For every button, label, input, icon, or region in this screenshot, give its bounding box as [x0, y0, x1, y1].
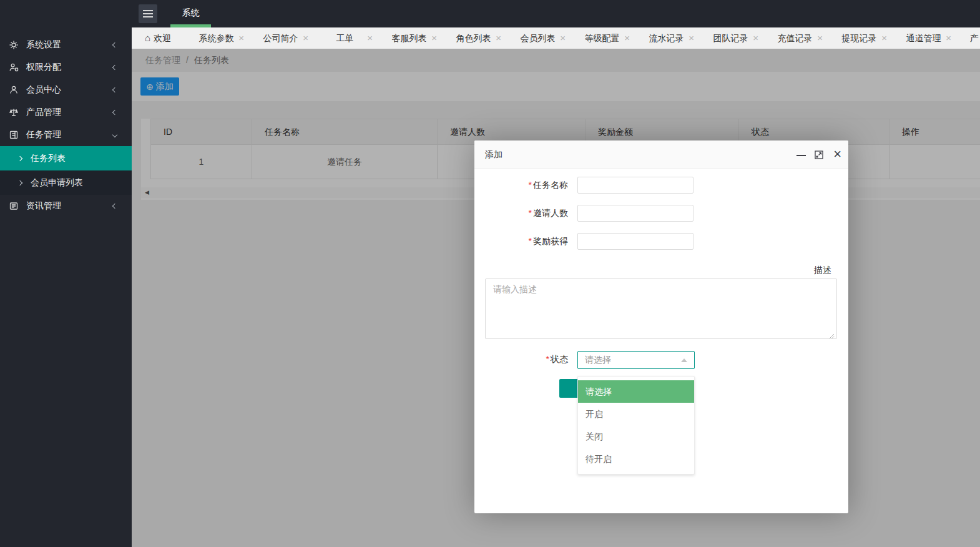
gear-icon [9, 40, 19, 50]
sidebar-item-label: 产品管理 [26, 107, 113, 118]
chevron-left-icon [112, 42, 117, 47]
close-icon[interactable]: × [624, 27, 630, 49]
required-marker: * [529, 180, 532, 190]
tab-system-params[interactable]: 系统参数 × [184, 27, 248, 49]
sidebar-toggle-button[interactable] [139, 4, 157, 23]
dropdown-option-open[interactable]: 开启 [578, 403, 694, 425]
tab-label: 欢迎 [154, 33, 171, 43]
sidebar-item-task-management[interactable]: 任务管理 [0, 124, 132, 146]
sidebar-item-label: 资讯管理 [26, 200, 113, 212]
triangle-up-icon [681, 358, 687, 362]
dropdown-option-closed[interactable]: 关闭 [578, 425, 694, 448]
description-textarea[interactable] [485, 278, 837, 339]
minimize-icon[interactable] [796, 155, 806, 156]
status-select[interactable]: 请选择 [577, 351, 695, 369]
home-icon: ⌂ [145, 32, 150, 43]
close-icon[interactable]: × [753, 27, 758, 49]
dropdown-option-placeholder[interactable]: 请选择 [578, 380, 694, 403]
invite-count-input[interactable] [577, 205, 693, 222]
field-label-reward: *奖励获得 [474, 233, 568, 250]
close-icon[interactable]: × [431, 27, 437, 49]
task-name-input[interactable] [577, 177, 693, 194]
dropdown-option-pending[interactable]: 待开启 [578, 448, 694, 470]
sidebar-item-label: 会员中心 [26, 84, 113, 96]
news-icon [9, 201, 19, 211]
sidebar-subitem-label: 任务列表 [31, 153, 66, 164]
close-icon[interactable]: × [833, 146, 841, 162]
topnav-item-system[interactable]: 系统 [170, 0, 211, 24]
tab-label: 等级配置 [585, 33, 620, 43]
chevron-left-icon [112, 110, 117, 115]
sidebar-subitem-member-apply-list[interactable]: 会员申请列表 [0, 170, 132, 195]
tab-team-records[interactable]: 团队记录 × [698, 27, 763, 49]
sidebar: 系统设置 权限分配 会员中心 [0, 27, 132, 547]
resize-grip-icon[interactable] [828, 331, 835, 337]
tab-label: 团队记录 [713, 33, 748, 43]
open-tabs-bar: ⌂欢迎 系统参数 × 公司简介 × 工单 × 客服列表 × 角色列表 × 会员列… [132, 27, 980, 49]
sidebar-item-label: 任务管理 [26, 129, 113, 140]
tab-company-profile[interactable]: 公司简介 × [248, 27, 313, 49]
chevron-left-icon [112, 87, 117, 92]
tab-label: 产 [970, 33, 979, 43]
tab-label: 公司简介 [263, 33, 298, 43]
sidebar-item-label: 权限分配 [26, 62, 113, 73]
sidebar-item-news-management[interactable]: 资讯管理 [0, 195, 132, 217]
tab-level-config[interactable]: 等级配置 × [570, 27, 634, 49]
chevron-down-icon [112, 132, 117, 137]
status-select-value: 请选择 [578, 352, 694, 368]
chevron-right-icon [17, 180, 22, 185]
required-marker: * [529, 208, 532, 218]
tab-label: 通道管理 [906, 33, 941, 43]
tab-channel-management[interactable]: 通道管理 × [891, 27, 956, 49]
close-icon[interactable]: × [303, 27, 308, 49]
tab-flow-records[interactable]: 流水记录 × [634, 27, 698, 49]
hamburger-icon [143, 10, 153, 11]
tab-label: 提现记录 [842, 33, 877, 43]
tab-withdraw-records[interactable]: 提现记录 × [827, 27, 891, 49]
close-icon[interactable]: × [946, 27, 951, 49]
tab-clipped-last[interactable]: 产 [956, 27, 980, 49]
tab-label: 流水记录 [649, 33, 684, 43]
reward-input[interactable] [577, 233, 693, 250]
close-icon[interactable]: × [238, 27, 244, 49]
tab-role-list[interactable]: 角色列表 × [441, 27, 506, 49]
field-label-status: *状态 [474, 351, 568, 368]
member-icon [9, 85, 19, 95]
tab-label: 角色列表 [456, 33, 491, 43]
sidebar-subitem-task-list[interactable]: 任务列表 [0, 146, 132, 170]
sidebar-item-product-management[interactable]: 产品管理 [0, 101, 132, 124]
tab-label: 客服列表 [392, 33, 427, 43]
chevron-left-icon [112, 204, 117, 209]
close-icon[interactable]: × [688, 27, 694, 49]
tab-service-list[interactable]: 客服列表 × [377, 27, 441, 49]
close-icon[interactable]: × [560, 27, 566, 49]
tab-work-order[interactable]: 工单 × [313, 27, 377, 49]
sidebar-menu: 系统设置 权限分配 会员中心 [0, 27, 132, 217]
tab-member-list[interactable]: 会员列表 × [506, 27, 570, 49]
maximize-icon[interactable] [815, 150, 823, 159]
tab-label: 充值记录 [778, 33, 813, 43]
status-dropdown: 请选择 开启 关闭 待开启 [577, 376, 695, 475]
chevron-right-icon [17, 155, 22, 160]
close-icon[interactable]: × [881, 27, 887, 49]
chevron-left-icon [112, 65, 117, 70]
description-label: 描述 [814, 265, 831, 276]
required-marker: * [529, 236, 532, 246]
tab-recharge-records[interactable]: 充值记录 × [763, 27, 827, 49]
top-header-bar: 系统 [0, 0, 980, 27]
sidebar-item-member-center[interactable]: 会员中心 [0, 79, 132, 101]
modal-title: 添加 [474, 140, 848, 169]
close-icon[interactable]: × [367, 27, 373, 49]
tab-welcome[interactable]: ⌂欢迎 [132, 27, 184, 49]
sidebar-item-system-settings[interactable]: 系统设置 [0, 34, 132, 56]
close-icon[interactable]: × [496, 27, 501, 49]
auth-icon [9, 62, 19, 72]
close-icon[interactable]: × [817, 27, 823, 49]
sidebar-item-label: 系统设置 [26, 39, 113, 51]
content-area: 任务管理/任务列表 ⊕ 添加 ID 任务名称 邀请人数 奖励金额 状态 操作 1… [132, 49, 980, 547]
sidebar-item-permissions[interactable]: 权限分配 [0, 56, 132, 79]
tab-label: 会员列表 [521, 33, 556, 43]
tab-label: 工单 [336, 33, 354, 43]
tab-label: 系统参数 [199, 33, 234, 43]
required-marker: * [546, 354, 549, 364]
